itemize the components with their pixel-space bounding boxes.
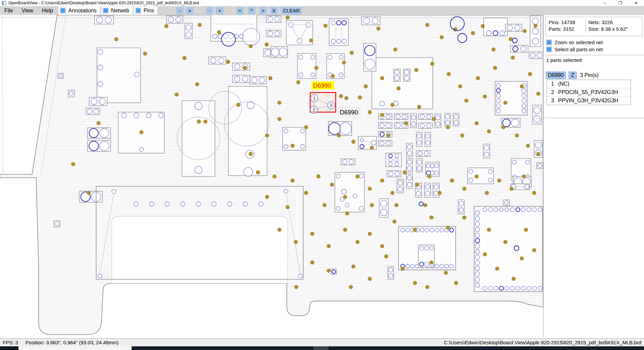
toggle-pins[interactable]: Pins	[134, 6, 157, 15]
test-point-dot	[520, 84, 524, 88]
pin-row[interactable]: 2PPDCIN_S5_P3V42G3H	[547, 88, 631, 97]
test-point-dot	[286, 205, 290, 209]
test-point-dot	[351, 265, 355, 269]
part-zoom-button[interactable]: Z	[569, 72, 577, 79]
selected-part-row: D6990 Z 3 Pin(s)	[546, 72, 644, 79]
test-point-dot	[277, 228, 281, 232]
test-point-dot	[265, 195, 269, 199]
zoom-out-button[interactable]: -	[206, 7, 213, 14]
pan-right-button[interactable]: >	[260, 7, 267, 14]
test-point-dot	[309, 38, 313, 42]
toggle-annotations[interactable]: Annotations	[59, 6, 100, 15]
test-point-dot	[464, 99, 468, 103]
test-point-dot	[343, 195, 347, 199]
board-drawing[interactable]: 123D6990D6990	[0, 15, 543, 338]
zoom-on-net-checkbox[interactable]	[546, 39, 552, 45]
option-select-all-parts[interactable]: Select all parts on net	[544, 46, 644, 53]
option-zoom-on-net[interactable]: Zoom on selected net	[544, 39, 644, 46]
test-point-dot	[429, 215, 433, 220]
test-point-dot	[304, 125, 308, 129]
rotate-ccw-button[interactable]: -	[176, 7, 184, 14]
pin-number-label: 2	[312, 107, 315, 112]
pan-up-button[interactable]: ^	[248, 7, 255, 14]
taskbar-search-sliver[interactable]	[18, 346, 132, 350]
test-point-dot	[450, 179, 454, 183]
test-point-dot	[380, 76, 384, 80]
test-point-dot	[71, 162, 75, 166]
test-point-dot	[248, 44, 253, 48]
select-all-parts-checkbox[interactable]	[546, 47, 552, 52]
test-point-dot	[314, 66, 318, 70]
test-point-dot	[226, 60, 230, 64]
test-point-dot	[526, 144, 530, 148]
test-point-dot	[532, 191, 536, 195]
test-point-dot	[87, 191, 91, 195]
test-point-dot	[256, 170, 260, 174]
test-point-dot	[248, 152, 253, 156]
test-point-dot	[454, 281, 458, 285]
test-point-dot	[440, 35, 444, 39]
test-point-dot	[337, 134, 341, 138]
test-point-dot	[483, 95, 487, 99]
test-point-dot	[358, 95, 362, 99]
stat-nets: Nets: 3226	[588, 19, 628, 26]
clear-button[interactable]: CLEAR	[281, 7, 302, 14]
test-point-dot	[487, 129, 491, 134]
test-point-dot	[316, 174, 320, 178]
sidebar: Pins: 14739 Parts: 3152 Nets: 3226 Size:…	[543, 15, 644, 338]
test-point-dot	[503, 101, 507, 105]
window-controls: – ❐ ✕	[597, 0, 644, 6]
pins-checkbox[interactable]	[135, 8, 141, 13]
windows-taskbar[interactable]	[0, 346, 644, 350]
test-point-dot	[536, 92, 540, 96]
menu-item-file[interactable]: File	[0, 6, 17, 15]
test-point-dot	[386, 134, 390, 138]
test-point-dot	[447, 72, 451, 76]
test-point-dot	[380, 113, 384, 117]
menu-item-view[interactable]: View	[17, 6, 38, 15]
annotations-checkbox[interactable]	[60, 8, 66, 13]
rotate-cw-button[interactable]: +	[186, 7, 194, 14]
pins-table: 1(NC)2PPDCIN_S5_P3V42G3H3PPVIN_G3H_P3V42…	[547, 80, 631, 105]
test-point-dot	[430, 62, 434, 66]
test-point-dot	[370, 146, 374, 150]
test-point-dot	[349, 285, 353, 289]
stat-pins: Pins: 14739	[549, 19, 583, 26]
test-point-dot	[368, 187, 372, 191]
part-name-chip[interactable]: D6990	[546, 72, 566, 79]
position-label: Position: 3.663", 0.964" (93.03, 24.48mm…	[25, 340, 119, 345]
pin-row[interactable]: 1(NC)	[547, 80, 631, 88]
pan-left-button[interactable]: <	[236, 7, 243, 14]
annotations-label: Annotations	[68, 8, 97, 14]
pin-row[interactable]: 3PPVIN_G3H_P3V42G3H	[547, 97, 631, 105]
test-point-dot	[493, 66, 497, 70]
netweb-checkbox[interactable]	[103, 8, 109, 13]
zoom-in-button[interactable]: +	[216, 7, 223, 14]
start-button-sliver[interactable]	[0, 346, 16, 350]
board-canvas[interactable]: 123D6990D6990	[0, 15, 543, 338]
test-point-dot	[533, 24, 538, 28]
menu-item-help[interactable]: Help	[38, 6, 57, 15]
test-point-dot	[523, 29, 527, 33]
test-point-dot	[446, 125, 450, 129]
test-point-dot	[471, 31, 475, 35]
close-button[interactable]: ✕	[628, 0, 644, 6]
toggle-netweb[interactable]: Netweb	[101, 6, 133, 15]
test-point-dot	[429, 260, 433, 264]
window-title: OpenBoardView - C:\Users\Edwin\Desktop\B…	[8, 1, 199, 5]
zoom-on-net-label: Zoom on selected net	[555, 39, 603, 45]
pin-number-label: 3	[330, 102, 333, 108]
board-stats: Pins: 14739 Parts: 3152 Nets: 3226 Size:…	[546, 17, 642, 36]
minimize-button[interactable]: –	[597, 0, 613, 6]
test-point-dot	[390, 191, 395, 195]
mirror-button[interactable]: X	[270, 7, 278, 14]
test-point-dot	[351, 140, 355, 144]
test-point-dot	[344, 96, 348, 100]
maximize-button[interactable]: ❐	[613, 0, 628, 6]
test-point-dot	[272, 174, 276, 178]
test-point-dot	[294, 240, 298, 244]
taskbar-app-sliver[interactable]	[313, 346, 329, 350]
test-point-dot	[536, 152, 540, 156]
test-point-dot	[475, 121, 479, 125]
test-point-dot	[355, 174, 359, 178]
